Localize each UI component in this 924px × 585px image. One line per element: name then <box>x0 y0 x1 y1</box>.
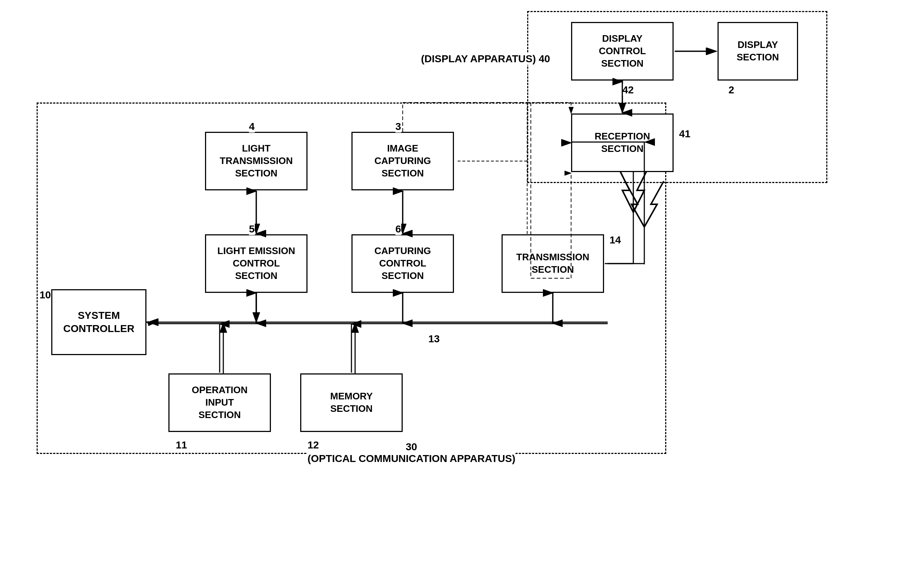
system-controller-box: SYSTEMCONTROLLER <box>51 289 147 355</box>
ref-4: 4 <box>249 121 255 132</box>
display-control-section-box: DISPLAYCONTROLSECTION <box>571 22 673 81</box>
ref-11: 11 <box>176 439 187 451</box>
light-emission-box: LIGHT EMISSIONCONTROLSECTION <box>205 234 307 293</box>
capturing-control-box: CAPTURINGCONTROLSECTION <box>351 234 454 293</box>
diagram: (DISPLAY APPARATUS) 40 30(OPTICAL COMMUN… <box>0 0 924 585</box>
reception-section-box: RECEPTIONSECTION <box>571 114 673 172</box>
operation-input-box: OPERATIONINPUTSECTION <box>168 373 271 432</box>
ref-42: 42 <box>622 84 634 96</box>
ref-12: 12 <box>307 439 319 451</box>
memory-section-box: MEMORYSECTION <box>300 373 403 432</box>
ref-41: 41 <box>679 128 690 140</box>
ref-5: 5 <box>249 223 255 235</box>
ref-6: 6 <box>395 223 401 235</box>
ref-2: 2 <box>729 84 734 96</box>
transmission-section-box: TRANSMISSIONSECTION <box>502 234 604 293</box>
display-section-box: DISPLAYSECTION <box>718 22 798 81</box>
display-apparatus-label: (DISPLAY APPARATUS) 40 <box>421 53 550 65</box>
image-capturing-box: IMAGECAPTURINGSECTION <box>351 132 454 190</box>
light-transmission-box: LIGHTTRANSMISSIONSECTION <box>205 132 307 190</box>
ref-14: 14 <box>609 234 621 246</box>
ref-10: 10 <box>40 289 51 301</box>
ref-13: 13 <box>428 333 440 345</box>
ref-3: 3 <box>395 121 401 132</box>
optical-communication-label: 30(OPTICAL COMMUNICATION APPARATUS) <box>307 441 515 465</box>
